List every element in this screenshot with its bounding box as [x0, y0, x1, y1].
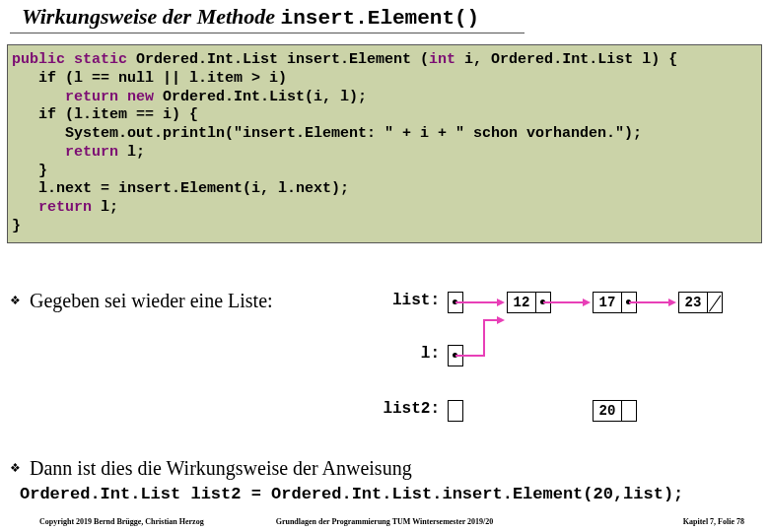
kw: return: [65, 144, 118, 161]
slide: Wirkungsweise der Methode insert.Element…: [0, 0, 769, 532]
code-text: [12, 199, 38, 216]
arrow-line: [455, 355, 485, 357]
arrow-line: [455, 301, 499, 303]
arrow-head-icon: [668, 299, 676, 306]
arrow-head-icon: [497, 299, 505, 306]
bullet-marker: ❖: [10, 294, 21, 308]
arrow-head-icon: [583, 299, 591, 306]
label-list: list:: [371, 292, 440, 309]
code-text: [12, 89, 65, 105]
arrow-line: [483, 319, 485, 357]
kw: return: [38, 199, 92, 216]
arrow-line: [543, 301, 585, 303]
bullet-text: Dann ist dies die Wirkungsweise der Anwe…: [30, 457, 412, 479]
code-text: l;: [118, 144, 145, 161]
code-text: if (l.item == i) {: [12, 106, 198, 123]
label-l: l:: [400, 345, 440, 363]
bullet-item: ❖ Dann ist dies die Wirkungsweise der An…: [10, 457, 412, 480]
footer-page-number: Kapitel 7, Folie 78: [683, 517, 744, 526]
arrow-line: [629, 301, 670, 303]
kw: return new: [65, 89, 154, 105]
code-text: }: [12, 163, 47, 179]
title-code: insert.Element(): [281, 7, 480, 30]
label-list2: list2:: [361, 400, 440, 418]
code-text: if (l == null || l.item > i): [12, 70, 287, 87]
kw: int: [429, 51, 455, 68]
pointer-box: [621, 400, 637, 422]
node-value: 17: [593, 292, 622, 313]
code-text: l.next = insert.Element(i, l.next);: [12, 180, 349, 197]
kw: public static: [12, 51, 127, 68]
code-text: Ordered.Int.List(i, l);: [154, 89, 367, 105]
inline-code: Ordered.Int.List list2 = Ordered.Int.Lis…: [20, 485, 683, 503]
bullet-text: Gegeben sei wieder eine Liste:: [30, 290, 273, 311]
node-value: 12: [507, 292, 536, 313]
code-text: i, Ordered.Int.List l) {: [455, 51, 677, 68]
node-value: 23: [678, 292, 708, 313]
footer-course: Grundlagen der Programmierung TUM Winter…: [0, 517, 769, 526]
node-value: 20: [593, 400, 622, 422]
code-text: }: [12, 218, 21, 234]
bullet-marker: ❖: [10, 461, 21, 476]
slide-title: Wirkungsweise der Methode insert.Element…: [22, 4, 479, 30]
code-text: l;: [92, 199, 118, 216]
code-text: System.out.println("insert.Element: " + …: [12, 125, 642, 142]
title-underline: [10, 33, 524, 33]
code-text: [12, 144, 65, 161]
arrow-head-icon: [497, 316, 505, 324]
bullet-item: ❖ Gegeben sei wieder eine Liste:: [10, 290, 273, 312]
code-text: Ordered.Int.List insert.Element (: [127, 51, 429, 68]
pointer-box: [448, 400, 463, 422]
linked-list-diagram: list: l: list2: 12 17 23: [371, 284, 761, 451]
title-prefix: Wirkungsweise der Methode: [22, 4, 281, 29]
code-block: public static Ordered.Int.List insert.El…: [7, 44, 762, 243]
